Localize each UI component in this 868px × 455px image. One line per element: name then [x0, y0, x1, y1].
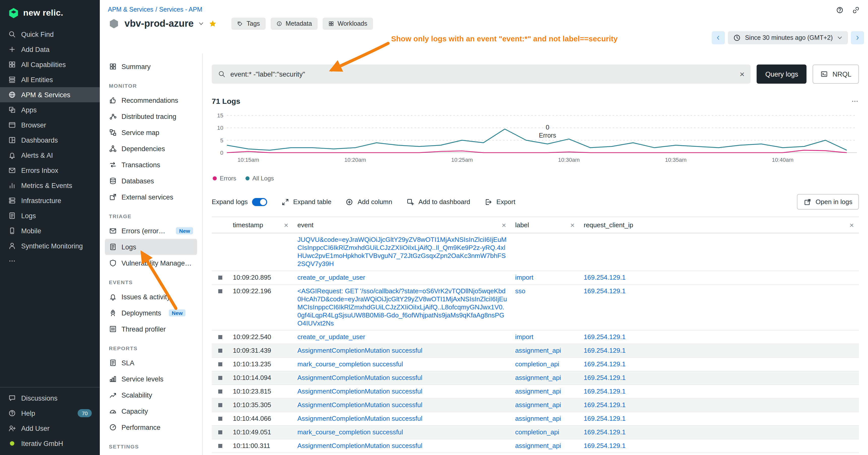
log-ip-link[interactable]: 169.254.129.1: [584, 428, 625, 436]
legend-item-errors[interactable]: Errors: [213, 175, 236, 182]
log-label-link[interactable]: assignment_api: [515, 442, 561, 450]
time-range-picker[interactable]: Since 30 minutes ago (GMT+2): [728, 31, 848, 44]
sidebar-item-alerts-ai[interactable]: Alerts & AI: [0, 148, 100, 163]
log-ip-link[interactable]: 169.254.129.1: [584, 374, 625, 382]
column-header-request-client-ip[interactable]: request_client_ip×: [580, 217, 859, 233]
breadcrumb-link-services-apm[interactable]: Services - APM: [159, 6, 203, 13]
secondary-nav-item-sla[interactable]: SLA: [105, 355, 197, 371]
log-event-link[interactable]: AssignmentCompletionMutation successful: [298, 374, 423, 382]
secondary-nav-item-recommendations[interactable]: Recommendations: [105, 92, 197, 108]
log-event-link[interactable]: mark_course_completion successful: [298, 360, 403, 368]
metadata-chip[interactable]: Metadata: [271, 18, 317, 30]
query-input[interactable]: [230, 70, 735, 78]
log-event-link[interactable]: <ASGIRequest: GET '/sso/callback/?state=…: [298, 287, 507, 327]
secondary-nav-item-external-services[interactable]: External services: [105, 189, 197, 205]
add-column-button[interactable]: Add column: [345, 198, 392, 206]
row-checkbox[interactable]: [218, 376, 222, 380]
sidebar-item-metrics-events[interactable]: Metrics & Events: [0, 178, 100, 193]
secondary-nav-item-databases[interactable]: Databases: [105, 173, 197, 189]
log-ip-link[interactable]: 169.254.129.1: [584, 415, 625, 422]
log-ip-link[interactable]: 169.254.129.1: [584, 360, 625, 368]
secondary-nav-item-transactions[interactable]: Transactions: [105, 157, 197, 173]
sidebar-item-synthetic-monitoring[interactable]: Synthetic Monitoring: [0, 238, 100, 254]
export-button[interactable]: Export: [485, 198, 516, 206]
table-row[interactable]: JUQVU&code=eyJraWQiOiJjcGltY29yZV8wOTI1M…: [212, 233, 859, 271]
expand-table-button[interactable]: Expand table: [281, 198, 332, 206]
sidebar-item-all-entities[interactable]: All Entities: [0, 72, 100, 87]
expand-logs-toggle[interactable]: [252, 198, 267, 206]
new-relic-logo[interactable]: new relic.: [0, 0, 100, 27]
log-event-link[interactable]: AssignmentCompletionMutation successful: [298, 388, 423, 395]
row-checkbox[interactable]: [218, 417, 222, 421]
sidebar-item-more[interactable]: [0, 254, 100, 268]
secondary-nav-item-scalability[interactable]: Scalability: [105, 387, 197, 403]
sidebar-item-help[interactable]: Help70: [0, 405, 100, 421]
table-row[interactable]: 10:11:00.311AssignmentCompletionMutation…: [212, 440, 859, 453]
log-event-link[interactable]: AssignmentCompletionMutation successful: [298, 347, 423, 354]
column-header-label[interactable]: label×: [511, 217, 580, 233]
nrql-button[interactable]: NRQL: [813, 65, 859, 84]
remove-column-icon[interactable]: ×: [500, 221, 507, 229]
log-label-link[interactable]: assignment_api: [515, 374, 561, 382]
log-event-link[interactable]: create_or_update_user: [298, 333, 365, 340]
sidebar-item-add-data[interactable]: Add Data: [0, 42, 100, 57]
table-row[interactable]: 10:09:22.196<ASGIRequest: GET '/sso/call…: [212, 285, 859, 330]
row-checkbox[interactable]: [218, 275, 222, 280]
log-event-link[interactable]: AssignmentCompletionMutation successful: [298, 415, 423, 422]
log-label-link[interactable]: assignment_api: [515, 401, 561, 409]
log-event-link[interactable]: JUQVU&code=eyJraWQiOiJjcGltY29yZV8wOTI1M…: [298, 236, 506, 267]
secondary-nav-item-thread-profiler[interactable]: Thread profiler: [105, 321, 197, 337]
log-event-link[interactable]: mark_course_completion successful: [298, 428, 403, 436]
log-ip-link[interactable]: 169.254.129.1: [584, 273, 625, 281]
sidebar-item-all-capabilities[interactable]: All Capabilities: [0, 57, 100, 72]
secondary-nav-item-deployments[interactable]: DeploymentsNew: [105, 305, 197, 321]
sidebar-item-quick-find[interactable]: Quick Find: [0, 27, 100, 42]
secondary-nav-item-errors-errors-inb[interactable]: Errors (errors inb...New: [105, 223, 197, 239]
sidebar-item-dashboards[interactable]: Dashboards: [0, 132, 100, 148]
sidebar-item-infrastructure[interactable]: Infrastructure: [0, 193, 100, 208]
secondary-nav-item-dependencies[interactable]: Dependencies: [105, 140, 197, 157]
remove-column-icon[interactable]: ×: [569, 221, 576, 229]
clear-query-button[interactable]: ×: [740, 70, 745, 78]
log-ip-link[interactable]: 169.254.129.1: [584, 442, 625, 450]
remove-column-icon[interactable]: ×: [848, 221, 855, 229]
table-row[interactable]: 10:10:14.094AssignmentCompletionMutation…: [212, 371, 859, 385]
table-row[interactable]: 10:09:22.540create_or_update_userimport1…: [212, 330, 859, 344]
add-to-dashboard-button[interactable]: Add to dashboard: [406, 198, 470, 206]
log-event-link[interactable]: AssignmentCompletionMutation successful: [298, 401, 423, 409]
log-label-link[interactable]: completion_api: [515, 360, 559, 368]
entity-caret-icon[interactable]: [198, 21, 205, 27]
secondary-nav-item-capacity[interactable]: Capacity: [105, 403, 197, 419]
table-row[interactable]: 10:10:49.051mark_course_completion succe…: [212, 426, 859, 440]
secondary-nav-item-service-levels[interactable]: Service levels: [105, 371, 197, 387]
log-ip-link[interactable]: 169.254.129.1: [584, 388, 625, 395]
open-in-logs-button[interactable]: Open in logs: [797, 194, 859, 209]
query-logs-button[interactable]: Query logs: [756, 65, 807, 84]
table-row[interactable]: 10:10:13.235mark_course_completion succe…: [212, 358, 859, 371]
table-row[interactable]: 10:10:44.066AssignmentCompletionMutation…: [212, 412, 859, 426]
secondary-nav-item-issues-activity[interactable]: Issues & activity: [105, 289, 197, 305]
secondary-nav-item-distributed-tracing[interactable]: Distributed tracing: [105, 108, 197, 125]
row-checkbox[interactable]: [218, 349, 222, 353]
remove-column-icon[interactable]: ×: [283, 221, 289, 229]
log-ip-link[interactable]: 169.254.129.1: [584, 333, 625, 340]
secondary-nav-item-service-map[interactable]: Service map: [105, 125, 197, 140]
log-ip-link[interactable]: 169.254.129.1: [584, 401, 625, 409]
row-checkbox[interactable]: [218, 289, 222, 293]
row-checkbox[interactable]: [218, 430, 222, 434]
legend-item-all-logs[interactable]: All Logs: [245, 175, 274, 182]
log-event-link[interactable]: AssignmentCompletionMutation successful: [298, 442, 423, 450]
row-checkbox[interactable]: [218, 390, 222, 393]
sidebar-item-discussions[interactable]: Discussions: [0, 390, 100, 405]
workloads-chip[interactable]: Workloads: [322, 18, 373, 30]
time-forward-button[interactable]: [851, 31, 864, 44]
log-label-link[interactable]: sso: [515, 287, 525, 295]
row-checkbox[interactable]: [218, 335, 222, 339]
log-label-link[interactable]: assignment_api: [515, 388, 561, 395]
secondary-nav-item-vulnerability-management[interactable]: Vulnerability Management: [105, 255, 197, 271]
log-label-link[interactable]: assignment_api: [515, 347, 561, 354]
tags-chip[interactable]: Tags: [231, 18, 266, 30]
sidebar-item-iterativ-gmbh[interactable]: Iterativ GmbH: [0, 436, 100, 451]
secondary-nav-item-logs[interactable]: Logs: [105, 239, 197, 255]
log-ip-link[interactable]: 169.254.129.1: [584, 347, 625, 354]
